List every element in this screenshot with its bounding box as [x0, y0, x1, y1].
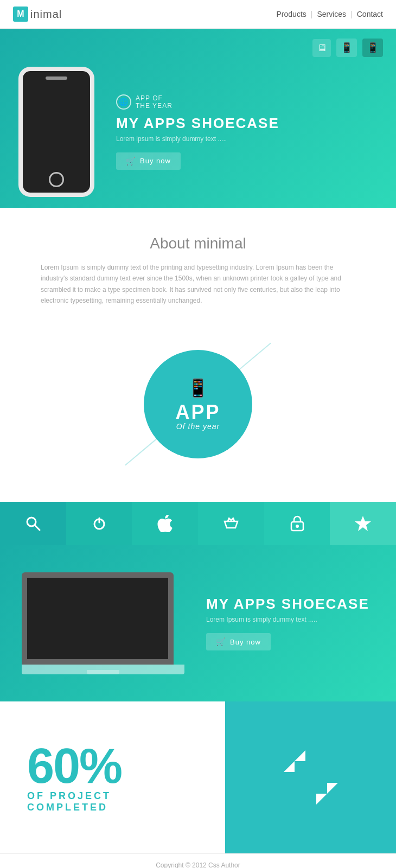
phone-home-button [49, 172, 64, 187]
icon-star[interactable] [330, 502, 396, 545]
header: M inimal Products | Services | Contact [0, 0, 396, 29]
svg-marker-6 [355, 516, 371, 531]
about-body: Lorem Ipsum is simply dummy text of the … [41, 262, 355, 307]
icon-bar [0, 502, 396, 545]
circle-phone-icon: 📱 [187, 378, 209, 398]
globe-icon: 🌐 [116, 94, 131, 110]
laptop-cart-icon: 🛒 [216, 637, 226, 646]
logo-icon: M [13, 7, 28, 22]
laptop-text: MY APPS SHOECASE Lorem Ipsum is simply d… [206, 596, 374, 650]
icon-lock[interactable] [264, 502, 330, 545]
phone-frame [18, 67, 94, 197]
cart-icon: 🛒 [126, 157, 136, 165]
buy-label: Buy now [140, 157, 171, 165]
arrows-icon [278, 745, 343, 810]
phone-mockup [13, 67, 100, 197]
app-circle: 📱 APP Of the year [144, 350, 252, 458]
buy-now-button[interactable]: 🛒 Buy now [116, 152, 181, 170]
laptop-subtitle: Lorem Ipsum is simply dummy text ..... [206, 616, 374, 623]
about-section: About minimal Lorem Ipsum is simply dumm… [0, 208, 396, 502]
stats-label1: OF PROJECT [27, 790, 111, 802]
icon-basket[interactable] [198, 502, 264, 545]
app-circle-container: 📱 APP Of the year [127, 334, 269, 475]
hero-content: 🌐 APP OFTHE YEAR MY APPS SHOECASE Lorem … [13, 67, 383, 197]
svg-marker-8 [316, 783, 338, 805]
laptop-base [22, 665, 184, 674]
laptop-buy-label: Buy now [230, 638, 261, 646]
app-of-year-badge: 🌐 APP OFTHE YEAR [116, 94, 383, 110]
nav-products[interactable]: Products [277, 10, 306, 18]
desktop-view-btn[interactable]: 🖥 [312, 39, 331, 57]
nav-divider-1: | [311, 10, 313, 18]
laptop-buy-button[interactable]: 🛒 Buy now [206, 633, 271, 650]
footer-text: Copyright © 2012 Css Author [156, 861, 240, 868]
circle-app-text: APP [175, 403, 220, 422]
mobile-view-btn[interactable]: 📱 [362, 39, 383, 57]
laptop-screen [22, 572, 174, 665]
svg-point-5 [296, 525, 299, 528]
icon-apple[interactable] [132, 502, 198, 545]
hero-title: MY APPS SHOECASE [116, 115, 383, 132]
hero-text: 🌐 APP OFTHE YEAR MY APPS SHOECASE Lorem … [116, 94, 383, 170]
about-title: About minimal [33, 235, 363, 252]
hero-section: 🖥 📱 📱 🌐 APP OFTHE YEAR MY APPS SHOECASE … [0, 29, 396, 208]
hero-subtitle: Lorem ipsum is simply dummy text ..... [116, 135, 383, 143]
circle-sub-text: Of the year [176, 422, 220, 431]
stats-right [225, 701, 396, 853]
logo-text: inimal [30, 8, 62, 21]
nav-divider-2: | [350, 10, 353, 18]
stats-left: 60% OF PROJECT COMPLETED [0, 701, 225, 853]
laptop-mockup [22, 572, 184, 674]
stats-label2: COMPLETED [27, 802, 108, 813]
icon-power[interactable] [66, 502, 132, 545]
nav-contact[interactable]: Contact [357, 10, 383, 18]
svg-line-1 [35, 525, 40, 530]
icon-search[interactable] [0, 502, 66, 545]
nav-services[interactable]: Services [317, 10, 346, 18]
main-nav: Products | Services | Contact [277, 10, 383, 18]
tablet-view-btn[interactable]: 📱 [336, 39, 357, 57]
phone-speaker [46, 76, 67, 80]
stats-section: 60% OF PROJECT COMPLETED [0, 701, 396, 853]
stats-percent: 60% [27, 742, 122, 790]
laptop-title: MY APPS SHOECASE [206, 596, 374, 612]
device-switcher: 🖥 📱 📱 [312, 39, 383, 57]
laptop-section: MY APPS SHOECASE Lorem Ipsum is simply d… [0, 545, 396, 701]
app-of-year-label: APP OFTHE YEAR [136, 94, 173, 110]
svg-marker-7 [284, 750, 305, 772]
logo: M inimal [13, 7, 62, 22]
footer: Copyright © 2012 Css Author [0, 853, 396, 868]
